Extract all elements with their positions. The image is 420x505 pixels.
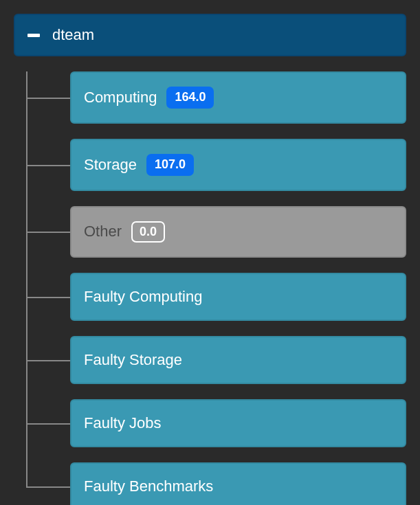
tree-connector <box>26 71 70 124</box>
tree-child-label: Computing <box>84 89 157 106</box>
tree-child-row: Faulty Jobs <box>26 399 406 447</box>
tree-child-node[interactable]: Other0.0 <box>70 206 406 258</box>
tree-child-badge: 164.0 <box>166 87 214 109</box>
tree-child-badge: 107.0 <box>146 154 194 176</box>
tree-root-node[interactable]: dteam <box>14 14 406 56</box>
tree-connector <box>26 462 70 505</box>
tree-connector <box>26 139 70 191</box>
tree-connector <box>26 336 70 384</box>
tree-child-node[interactable]: Faulty Benchmarks <box>70 462 406 505</box>
tree-child-badge: 0.0 <box>131 221 165 243</box>
tree-child-node[interactable]: Faulty Jobs <box>70 399 406 447</box>
collapse-icon <box>27 34 40 37</box>
tree-child-label: Faulty Jobs <box>84 414 162 432</box>
tree-child-label: Storage <box>84 156 137 174</box>
tree-child-node[interactable]: Computing164.0 <box>70 71 406 124</box>
tree-child-label: Faulty Computing <box>84 288 202 306</box>
tree-child-label: Other <box>84 223 122 240</box>
tree-connector <box>26 399 70 447</box>
tree-child-row: Faulty Benchmarks <box>26 462 406 505</box>
tree-child-label: Faulty Storage <box>84 351 182 369</box>
tree-child-node[interactable]: Faulty Storage <box>70 336 406 384</box>
tree-connector <box>26 273 70 321</box>
tree-root: dteam Computing164.0Storage107.0Other0.0… <box>14 14 406 505</box>
tree-child-row: Computing164.0 <box>26 71 406 124</box>
tree-child-row: Storage107.0 <box>26 139 406 191</box>
tree-child-row: Faulty Storage <box>26 336 406 384</box>
tree-root-label: dteam <box>52 26 94 44</box>
tree-children: Computing164.0Storage107.0Other0.0Faulty… <box>26 71 406 505</box>
tree-child-label: Faulty Benchmarks <box>84 478 213 495</box>
tree-child-node[interactable]: Faulty Computing <box>70 273 406 321</box>
tree-child-row: Faulty Computing <box>26 273 406 321</box>
tree-child-row: Other0.0 <box>26 206 406 258</box>
tree-connector <box>26 206 70 258</box>
tree-child-node[interactable]: Storage107.0 <box>70 139 406 191</box>
